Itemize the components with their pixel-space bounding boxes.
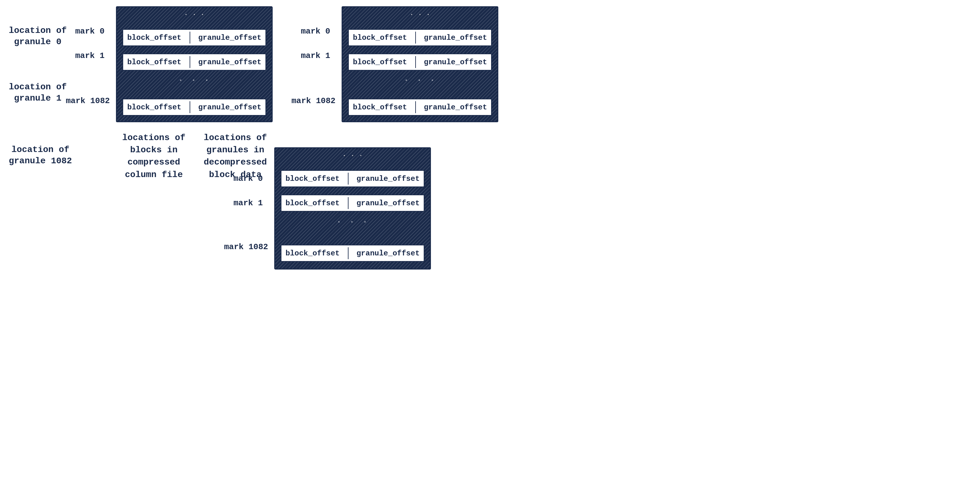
mark-1-label-box2: mark 1 — [301, 51, 330, 60]
box-3: · · · block_offset granule_offset block_… — [274, 147, 431, 270]
box-3-mark-1082-block: block_offset — [285, 249, 340, 258]
mark-0-label-box1: mark 0 — [75, 27, 105, 36]
mark-1-label-box3: mark 1 — [234, 199, 263, 208]
box-2-ellipsis: · · · — [342, 76, 497, 85]
box-1-mark-0-granule: granule_offset — [198, 33, 261, 42]
box-2: · · · block_offset granule_offset block_… — [342, 6, 498, 122]
box-3-mark-1-row: block_offset granule_offset — [281, 195, 424, 211]
box-1-mark-1082-row: block_offset granule_offset — [123, 99, 266, 116]
box-1-title: · · · — [184, 11, 205, 19]
box-2-mark-0-block: block_offset — [353, 33, 407, 42]
box-2-mark-1082-row: block_offset granule_offset — [348, 99, 492, 116]
box-1-ellipsis: · · · — [117, 76, 272, 85]
box-2-mark-1-granule: granule_offset — [424, 58, 487, 67]
box-3-mark-0-row: block_offset granule_offset — [281, 170, 424, 187]
box-3-mark-1082-granule: granule_offset — [356, 249, 420, 258]
box-3-mark-0-block: block_offset — [285, 175, 340, 183]
loc-granule-1082-label: location of granule 1082 — [9, 144, 72, 167]
annotation-granules: locations of granules in decompressed bl… — [204, 132, 267, 181]
box-1-mark-0-row: block_offset granule_offset — [123, 29, 266, 46]
box-1: · · · block_offset granule_offset block_… — [116, 6, 273, 122]
annotation-blocks: locations of blocks in compressed column… — [122, 132, 186, 181]
box-3-mark-1-block: block_offset — [285, 199, 340, 207]
box-3-mark-0-granule: granule_offset — [356, 175, 420, 183]
loc-granule-1-label: location of granule 1 — [9, 81, 67, 104]
box-1-mark-1-granule: granule_offset — [198, 58, 261, 67]
mark-1-label-box1: mark 1 — [75, 51, 105, 60]
box-2-title: · · · — [410, 11, 430, 19]
mark-0-label-box3: mark 0 — [234, 174, 263, 183]
box-2-mark-0-row: block_offset granule_offset — [348, 29, 492, 46]
box-3-mark-1-granule: granule_offset — [356, 199, 420, 207]
box-3-title: · · · — [342, 152, 363, 160]
box-2-mark-1-row: block_offset granule_offset — [348, 54, 492, 70]
mark-1082-label-box1: mark 1082 — [66, 96, 110, 106]
box-1-mark-1082-block: block_offset — [127, 103, 181, 111]
box-1-mark-1-block: block_offset — [127, 58, 181, 67]
loc-granule-0-label: location of granule 0 — [9, 25, 67, 48]
box-1-mark-1-row: block_offset granule_offset — [123, 54, 266, 70]
box-1-mark-0-block: block_offset — [127, 33, 181, 42]
box-2-mark-1082-block: block_offset — [353, 103, 407, 111]
box-2-mark-1082-granule: granule_offset — [424, 103, 487, 111]
mark-1082-label-box2: mark 1082 — [291, 96, 335, 106]
mark-0-label-box2: mark 0 — [301, 27, 330, 36]
box-3-ellipsis: · · · — [275, 217, 430, 227]
box-2-mark-0-granule: granule_offset — [424, 33, 487, 42]
mark-1082-label-box3: mark 1082 — [224, 242, 268, 252]
box-2-mark-1-block: block_offset — [353, 58, 407, 67]
box-3-mark-1082-row: block_offset granule_offset — [281, 245, 424, 262]
box-1-mark-1082-granule: granule_offset — [198, 103, 261, 111]
